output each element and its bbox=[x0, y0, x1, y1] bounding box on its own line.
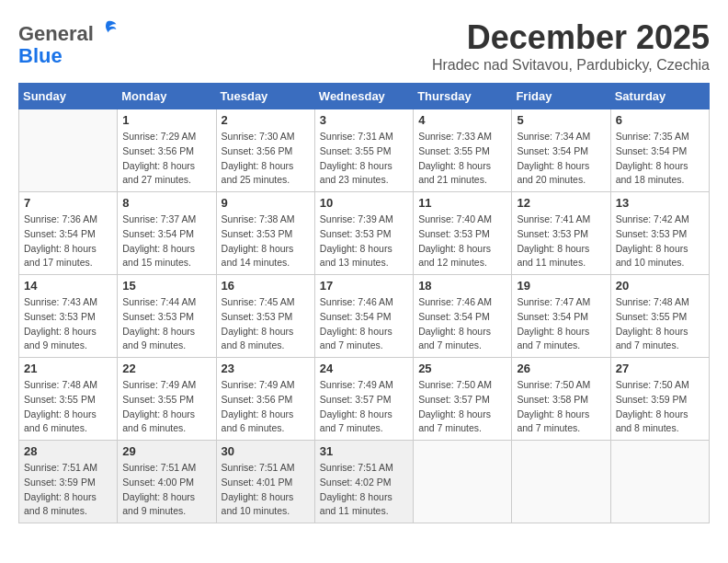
day-number: 16 bbox=[222, 279, 310, 293]
location-subtitle: Hradec nad Svitavou, Pardubicky, Czechia bbox=[432, 57, 710, 74]
day-header-tuesday: Tuesday bbox=[216, 84, 314, 109]
day-number: 27 bbox=[616, 362, 704, 375]
day-number: 2 bbox=[222, 113, 310, 127]
day-number: 15 bbox=[122, 279, 210, 293]
day-number: 4 bbox=[418, 113, 506, 127]
day-info: Sunrise: 7:34 AM Sunset: 3:54 PM Dayligh… bbox=[517, 130, 605, 188]
title-block: December 2025 Hradec nad Svitavou, Pardu… bbox=[432, 18, 710, 74]
calendar-cell: 27Sunrise: 7:50 AM Sunset: 3:59 PM Dayli… bbox=[610, 358, 709, 441]
week-row-3: 14Sunrise: 7:43 AM Sunset: 3:53 PM Dayli… bbox=[19, 275, 710, 358]
day-info: Sunrise: 7:49 AM Sunset: 3:57 PM Dayligh… bbox=[320, 378, 408, 436]
calendar-cell: 17Sunrise: 7:46 AM Sunset: 3:54 PM Dayli… bbox=[314, 275, 413, 358]
calendar-cell: 19Sunrise: 7:47 AM Sunset: 3:54 PM Dayli… bbox=[512, 275, 610, 358]
day-header-monday: Monday bbox=[118, 84, 216, 109]
day-number: 14 bbox=[24, 279, 112, 293]
day-info: Sunrise: 7:35 AM Sunset: 3:54 PM Dayligh… bbox=[616, 130, 704, 188]
calendar-cell bbox=[512, 441, 610, 523]
day-info: Sunrise: 7:50 AM Sunset: 3:57 PM Dayligh… bbox=[418, 378, 506, 436]
day-info: Sunrise: 7:46 AM Sunset: 3:54 PM Dayligh… bbox=[418, 295, 506, 353]
day-info: Sunrise: 7:51 AM Sunset: 4:02 PM Dayligh… bbox=[320, 461, 408, 519]
day-info: Sunrise: 7:46 AM Sunset: 3:54 PM Dayligh… bbox=[320, 295, 408, 353]
calendar-table: SundayMondayTuesdayWednesdayThursdayFrid… bbox=[18, 83, 710, 523]
day-info: Sunrise: 7:50 AM Sunset: 3:58 PM Dayligh… bbox=[517, 378, 605, 436]
day-number: 29 bbox=[122, 444, 210, 458]
day-number: 23 bbox=[222, 362, 310, 375]
day-number: 5 bbox=[517, 113, 605, 127]
week-row-1: 1Sunrise: 7:29 AM Sunset: 3:56 PM Daylig… bbox=[19, 109, 710, 192]
calendar-cell: 5Sunrise: 7:34 AM Sunset: 3:54 PM Daylig… bbox=[512, 109, 610, 192]
calendar-cell: 22Sunrise: 7:49 AM Sunset: 3:55 PM Dayli… bbox=[118, 358, 216, 441]
logo-blue-text: Blue bbox=[18, 44, 63, 67]
calendar-cell: 8Sunrise: 7:37 AM Sunset: 3:54 PM Daylig… bbox=[118, 192, 216, 275]
calendar-cell: 18Sunrise: 7:46 AM Sunset: 3:54 PM Dayli… bbox=[414, 275, 512, 358]
day-number: 6 bbox=[616, 113, 704, 127]
day-info: Sunrise: 7:36 AM Sunset: 3:54 PM Dayligh… bbox=[24, 213, 112, 270]
day-info: Sunrise: 7:48 AM Sunset: 3:55 PM Dayligh… bbox=[616, 295, 704, 353]
calendar-cell: 13Sunrise: 7:42 AM Sunset: 3:53 PM Dayli… bbox=[610, 192, 709, 275]
day-info: Sunrise: 7:42 AM Sunset: 3:53 PM Dayligh… bbox=[616, 213, 704, 270]
day-info: Sunrise: 7:38 AM Sunset: 3:53 PM Dayligh… bbox=[222, 213, 310, 270]
calendar-cell: 6Sunrise: 7:35 AM Sunset: 3:54 PM Daylig… bbox=[610, 109, 709, 192]
calendar-cell: 10Sunrise: 7:39 AM Sunset: 3:53 PM Dayli… bbox=[314, 192, 413, 275]
day-header-thursday: Thursday bbox=[414, 84, 512, 109]
calendar-cell: 31Sunrise: 7:51 AM Sunset: 4:02 PM Dayli… bbox=[314, 441, 413, 523]
day-info: Sunrise: 7:31 AM Sunset: 3:55 PM Dayligh… bbox=[320, 130, 408, 188]
calendar-cell: 15Sunrise: 7:44 AM Sunset: 3:53 PM Dayli… bbox=[118, 275, 216, 358]
calendar-cell: 12Sunrise: 7:41 AM Sunset: 3:53 PM Dayli… bbox=[512, 192, 610, 275]
day-info: Sunrise: 7:51 AM Sunset: 4:00 PM Dayligh… bbox=[122, 461, 210, 519]
day-info: Sunrise: 7:47 AM Sunset: 3:54 PM Dayligh… bbox=[517, 295, 605, 353]
day-number: 19 bbox=[517, 279, 605, 293]
day-info: Sunrise: 7:51 AM Sunset: 4:01 PM Dayligh… bbox=[222, 461, 310, 519]
day-info: Sunrise: 7:51 AM Sunset: 3:59 PM Dayligh… bbox=[24, 461, 112, 519]
day-number: 20 bbox=[616, 279, 704, 293]
day-info: Sunrise: 7:44 AM Sunset: 3:53 PM Dayligh… bbox=[122, 295, 210, 353]
calendar-cell: 16Sunrise: 7:45 AM Sunset: 3:53 PM Dayli… bbox=[216, 275, 314, 358]
calendar-cell: 3Sunrise: 7:31 AM Sunset: 3:55 PM Daylig… bbox=[314, 109, 413, 192]
day-number: 1 bbox=[122, 113, 210, 127]
calendar-cell bbox=[414, 441, 512, 523]
calendar-cell: 26Sunrise: 7:50 AM Sunset: 3:58 PM Dayli… bbox=[512, 358, 610, 441]
day-number: 26 bbox=[517, 362, 605, 375]
day-number: 17 bbox=[320, 279, 408, 293]
calendar-cell: 20Sunrise: 7:48 AM Sunset: 3:55 PM Dayli… bbox=[610, 275, 709, 358]
day-number: 25 bbox=[418, 362, 506, 375]
week-row-4: 21Sunrise: 7:48 AM Sunset: 3:55 PM Dayli… bbox=[19, 358, 710, 441]
day-header-sunday: Sunday bbox=[19, 84, 118, 109]
day-number: 13 bbox=[616, 196, 704, 210]
calendar-cell bbox=[610, 441, 709, 523]
day-info: Sunrise: 7:49 AM Sunset: 3:56 PM Dayligh… bbox=[222, 378, 310, 436]
day-info: Sunrise: 7:45 AM Sunset: 3:53 PM Dayligh… bbox=[222, 295, 310, 353]
day-info: Sunrise: 7:40 AM Sunset: 3:53 PM Dayligh… bbox=[418, 213, 506, 270]
week-row-2: 7Sunrise: 7:36 AM Sunset: 3:54 PM Daylig… bbox=[19, 192, 710, 275]
day-number: 11 bbox=[418, 196, 506, 210]
day-info: Sunrise: 7:37 AM Sunset: 3:54 PM Dayligh… bbox=[122, 213, 210, 270]
day-info: Sunrise: 7:39 AM Sunset: 3:53 PM Dayligh… bbox=[320, 213, 408, 270]
day-info: Sunrise: 7:49 AM Sunset: 3:55 PM Dayligh… bbox=[122, 378, 210, 436]
calendar-cell: 11Sunrise: 7:40 AM Sunset: 3:53 PM Dayli… bbox=[414, 192, 512, 275]
day-number: 12 bbox=[517, 196, 605, 210]
day-number: 24 bbox=[320, 362, 408, 375]
day-info: Sunrise: 7:29 AM Sunset: 3:56 PM Dayligh… bbox=[122, 130, 210, 188]
day-number: 21 bbox=[24, 362, 112, 375]
calendar-cell: 23Sunrise: 7:49 AM Sunset: 3:56 PM Dayli… bbox=[216, 358, 314, 441]
calendar-cell: 21Sunrise: 7:48 AM Sunset: 3:55 PM Dayli… bbox=[19, 358, 118, 441]
day-number: 9 bbox=[222, 196, 310, 210]
day-header-saturday: Saturday bbox=[610, 84, 709, 109]
day-number: 28 bbox=[24, 444, 112, 458]
day-info: Sunrise: 7:30 AM Sunset: 3:56 PM Dayligh… bbox=[222, 130, 310, 188]
calendar-cell: 14Sunrise: 7:43 AM Sunset: 3:53 PM Dayli… bbox=[19, 275, 118, 358]
page-header: General Blue December 2025 Hradec nad Sv… bbox=[18, 18, 710, 74]
calendar-cell: 4Sunrise: 7:33 AM Sunset: 3:55 PM Daylig… bbox=[414, 109, 512, 192]
calendar-cell: 9Sunrise: 7:38 AM Sunset: 3:53 PM Daylig… bbox=[216, 192, 314, 275]
day-info: Sunrise: 7:43 AM Sunset: 3:53 PM Dayligh… bbox=[24, 295, 112, 353]
day-header-wednesday: Wednesday bbox=[314, 84, 413, 109]
day-number: 30 bbox=[222, 444, 310, 458]
day-info: Sunrise: 7:33 AM Sunset: 3:55 PM Dayligh… bbox=[418, 130, 506, 188]
day-header-friday: Friday bbox=[512, 84, 610, 109]
calendar-cell bbox=[19, 109, 118, 192]
calendar-cell: 30Sunrise: 7:51 AM Sunset: 4:01 PM Dayli… bbox=[216, 441, 314, 523]
day-number: 7 bbox=[24, 196, 112, 210]
day-number: 18 bbox=[418, 279, 506, 293]
day-info: Sunrise: 7:48 AM Sunset: 3:55 PM Dayligh… bbox=[24, 378, 112, 436]
month-title: December 2025 bbox=[432, 18, 710, 57]
